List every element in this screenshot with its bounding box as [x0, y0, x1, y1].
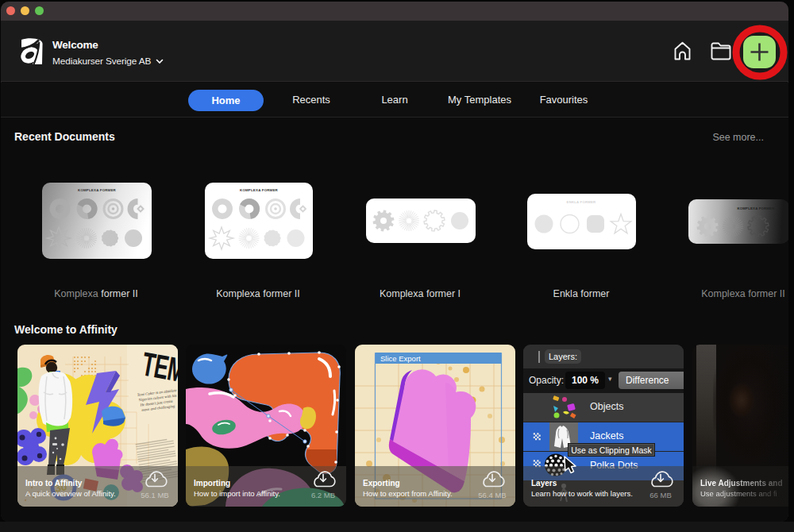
svg-text:KOMPLEXA FORMER: KOMPLEXA FORMER	[78, 188, 117, 192]
svg-text:KOMPLEXA FORMER: KOMPLEXA FORMER	[737, 206, 775, 210]
svg-text:Slice Export: Slice Export	[380, 354, 421, 363]
svg-text:KOMPLEXA FORMER: KOMPLEXA FORMER	[240, 188, 279, 192]
svg-text:ENKLA FORMER: ENKLA FORMER	[567, 200, 597, 204]
